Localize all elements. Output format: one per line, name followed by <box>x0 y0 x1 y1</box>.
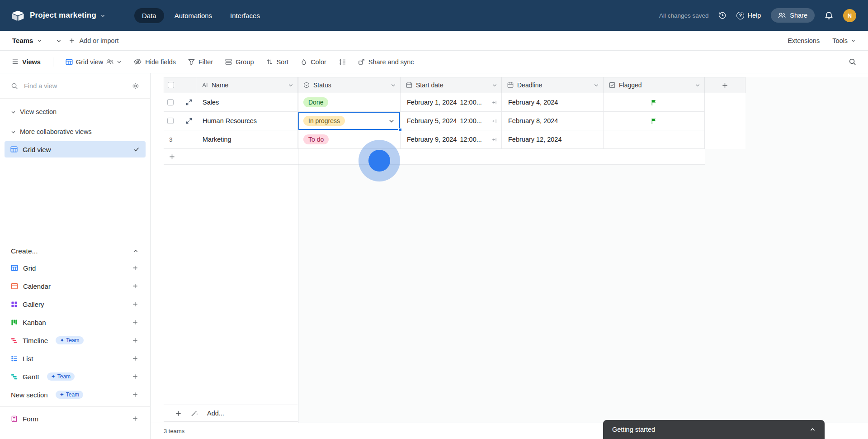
row-select-cell[interactable] <box>164 93 196 112</box>
row-checkbox[interactable] <box>167 99 174 105</box>
overflow-icon <box>492 119 497 124</box>
fill-handle[interactable] <box>398 128 402 132</box>
chevron-down-icon[interactable] <box>594 82 599 88</box>
group-button[interactable]: Group <box>225 58 254 66</box>
cell-status[interactable]: To do <box>298 130 401 149</box>
add-row-button[interactable] <box>164 149 705 165</box>
plus-icon[interactable] <box>132 391 138 398</box>
status-pill: To do <box>303 134 329 144</box>
expand-record-icon[interactable] <box>186 99 192 105</box>
plus-icon[interactable] <box>175 410 182 417</box>
cell-start-date[interactable]: February 9, 2024 12:00... <box>401 130 502 149</box>
expand-record-icon[interactable] <box>186 118 192 124</box>
sidebar-item-grid-view[interactable]: Grid view <box>5 141 146 157</box>
section-collaborative-views[interactable]: More collaborative views <box>0 124 150 139</box>
user-avatar[interactable]: N <box>843 9 856 22</box>
history-icon[interactable] <box>718 11 726 19</box>
cell-start-date[interactable]: February 5, 2024 12:00... <box>401 112 502 130</box>
plus-icon[interactable] <box>132 319 138 325</box>
column-header-start-date[interactable]: Start date <box>401 77 502 93</box>
create-item-grid[interactable]: Grid <box>0 259 150 277</box>
column-header-deadline[interactable]: Deadline <box>502 77 604 93</box>
create-header[interactable]: Create... <box>0 243 150 259</box>
cell-name[interactable]: Marketing <box>196 130 298 149</box>
create-item-list[interactable]: List <box>0 349 150 367</box>
bottom-add-bar[interactable]: Add... <box>164 405 298 422</box>
tools-button[interactable]: Tools <box>832 37 856 44</box>
create-item-gallery[interactable]: Gallery <box>0 295 150 313</box>
chevron-down-icon[interactable] <box>288 82 293 88</box>
share-and-sync-button[interactable]: Share and sync <box>358 58 414 66</box>
create-item-new-section[interactable]: New section ✦ Team <box>0 386 150 404</box>
plus-icon[interactable] <box>132 301 138 307</box>
column-header-status[interactable]: Status <box>298 77 401 93</box>
tab-automations[interactable]: Automations <box>167 8 220 23</box>
create-item-gantt[interactable]: Gantt ✦ Team <box>0 367 150 386</box>
cell-deadline[interactable]: February 12, 2024 <box>502 130 604 149</box>
table-tab-teams[interactable]: Teams <box>12 37 42 44</box>
gantt-icon <box>11 373 18 380</box>
plus-icon[interactable] <box>132 373 138 380</box>
chevron-down-icon[interactable] <box>695 82 700 88</box>
column-header-name[interactable]: Name <box>196 77 298 93</box>
color-button[interactable]: Color <box>301 58 326 66</box>
search-icon[interactable] <box>849 58 856 66</box>
section-view-section[interactable]: View section <box>0 104 150 119</box>
add-or-import-button[interactable]: Add or import <box>69 37 118 44</box>
getting-started-toast[interactable]: Getting started <box>603 420 825 439</box>
create-item-kanban[interactable]: Kanban <box>0 313 150 331</box>
column-header-flagged[interactable]: Flagged <box>604 77 705 93</box>
add-field-button[interactable] <box>705 77 745 93</box>
plus-icon[interactable] <box>132 355 138 362</box>
grid-header-row: Name Status <box>164 77 745 93</box>
notifications-bell-icon[interactable] <box>825 11 833 20</box>
tab-interfaces[interactable]: Interfaces <box>222 8 268 23</box>
row-select-cell[interactable] <box>164 112 196 130</box>
cell-status-selected[interactable]: In progress <box>298 112 401 130</box>
row-height-button[interactable] <box>339 58 346 66</box>
cell-flagged[interactable] <box>604 130 705 149</box>
cell-deadline[interactable]: February 8, 2024 <box>502 112 604 130</box>
row-select-cell[interactable]: 3 <box>164 130 196 149</box>
create-item-calendar[interactable]: Calendar <box>0 277 150 295</box>
hide-fields-button[interactable]: Hide fields <box>134 58 176 66</box>
cell-status[interactable]: Done <box>298 93 401 112</box>
sort-button[interactable]: Sort <box>266 58 289 66</box>
plus-icon[interactable] <box>132 415 138 422</box>
cell-start-date[interactable]: February 1, 2024 12:00... <box>401 93 502 112</box>
extensions-button[interactable]: Extensions <box>788 37 820 44</box>
chevron-down-icon[interactable] <box>391 82 396 88</box>
find-view-input[interactable] <box>24 82 126 90</box>
home-button[interactable]: Project marketing <box>12 10 105 21</box>
share-button[interactable]: Share <box>771 8 815 23</box>
cell-flagged[interactable] <box>604 112 705 130</box>
chevron-down-icon[interactable] <box>492 82 497 88</box>
cell-name[interactable]: Sales <box>196 93 298 112</box>
select-all-checkbox[interactable] <box>168 82 174 88</box>
plus-icon[interactable] <box>132 283 138 289</box>
views-label: Views <box>22 58 41 66</box>
base-menu-chevron-icon[interactable] <box>100 13 105 18</box>
plus-icon[interactable] <box>132 265 138 271</box>
row-checkbox[interactable] <box>167 118 174 124</box>
views-sidebar-toggle[interactable]: Views <box>12 58 41 66</box>
cell-deadline[interactable]: February 4, 2024 <box>502 93 604 112</box>
create-item-form[interactable]: Form <box>0 410 150 428</box>
cell-name[interactable]: Human Resources <box>196 112 298 130</box>
select-all-cell[interactable] <box>164 77 196 93</box>
help-button[interactable]: ? Help <box>736 12 761 19</box>
create-item-timeline[interactable]: Timeline ✦ Team <box>0 331 150 349</box>
filter-button[interactable]: Filter <box>188 58 213 66</box>
tab-data[interactable]: Data <box>134 8 164 23</box>
table-list-chevron-icon[interactable] <box>56 38 61 43</box>
table-menu-chevron-icon[interactable] <box>37 38 42 43</box>
form-icon <box>11 415 18 422</box>
magic-wand-icon[interactable] <box>191 410 198 417</box>
plus-icon[interactable] <box>132 337 138 344</box>
chevron-up-icon[interactable] <box>810 427 816 433</box>
chevron-down-icon[interactable] <box>388 118 396 124</box>
cell-flagged[interactable] <box>604 93 705 112</box>
gear-icon[interactable] <box>132 82 139 90</box>
current-view-button[interactable]: Grid view <box>66 58 122 66</box>
group-label: Group <box>236 58 254 66</box>
